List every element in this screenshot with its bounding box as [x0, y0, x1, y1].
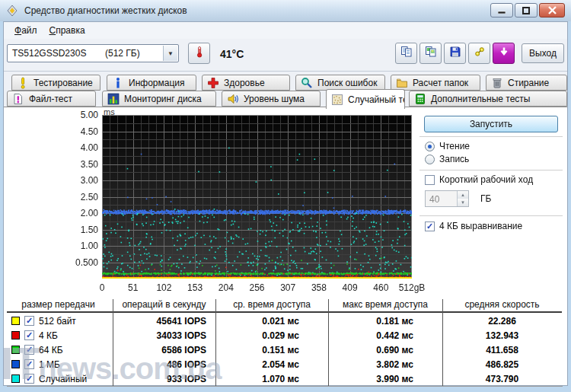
copy-image-button[interactable] [419, 43, 442, 64]
y-tick-label: 4.00 [68, 142, 98, 153]
tab-дополнительные-тесты[interactable]: Дополнительные тесты [409, 91, 567, 107]
tab-label: Уровень шума [244, 94, 305, 104]
table-cell: 45641 IOPS [113, 314, 215, 328]
tab-content: ms 5.004.504.003.503.002.502.001.501.000… [4, 107, 567, 385]
table-cell: 1.070 мс [215, 371, 328, 386]
table-cell: 933 IOPS [113, 371, 215, 386]
tab-здоровье[interactable]: Здоровье [202, 75, 290, 91]
series-color-swatch [11, 374, 20, 383]
short-stroke-row[interactable]: Короткий рабочий ход [425, 174, 533, 185]
write-radio[interactable] [425, 155, 435, 164]
thermometer-icon [193, 46, 206, 61]
trash-icon [491, 77, 503, 89]
download-arrow-icon [498, 46, 510, 61]
tab-label: Здоровье [224, 78, 265, 88]
drive-size: (512 ГБ) [105, 48, 140, 59]
table-cell: 34033 IOPS [113, 328, 215, 343]
start-button[interactable]: Запустить [424, 116, 558, 132]
exit-button[interactable]: Выход [522, 43, 564, 63]
table-cell: 2.054 мс [215, 357, 328, 371]
tab-стирание[interactable]: Стирание [486, 75, 567, 91]
copy-button[interactable] [395, 43, 417, 64]
table-header-4: средняя скорость [442, 299, 562, 311]
align-row[interactable]: ✓ 4 КБ выравнивание [425, 221, 522, 231]
x-tick-label: 0 [85, 282, 119, 293]
tab-label: Файл-тест [29, 94, 72, 104]
toolbar: TS512GSSD230S (512 ГБ) ▼ 41°C Выход [4, 39, 567, 71]
table-cell: 0.029 мс [215, 328, 328, 343]
short-stroke-checkbox[interactable] [425, 175, 435, 185]
series-checkbox[interactable]: ✓ [24, 316, 34, 326]
info-icon [112, 77, 124, 89]
magnifier-icon [301, 77, 313, 89]
maximize-icon [522, 7, 530, 14]
x-tick-label: 512gB [395, 282, 429, 293]
drive-select[interactable]: TS512GSSD230S (512 ГБ) ▼ [7, 44, 179, 62]
align-checkbox[interactable]: ✓ [425, 221, 435, 231]
y-tick-label: 1.50 [68, 225, 98, 235]
write-radio-row[interactable]: Запись [425, 154, 469, 164]
y-tick-label: 2.00 [68, 208, 98, 218]
table-cell: 3.990 мс [328, 371, 442, 386]
close-icon [548, 6, 557, 14]
read-radio-label: Чтение [439, 141, 470, 151]
panel-separator [419, 136, 563, 137]
table-header-3: макс время доступа [328, 299, 442, 311]
short-stroke-size-stepper[interactable]: 40 ▲▼ [425, 190, 469, 207]
temperature-value: 41°C [220, 48, 244, 60]
tab-мониторинг-диска[interactable]: Мониторинг диска [102, 91, 216, 107]
series-checkbox[interactable]: ✓ [24, 359, 34, 369]
stepper-arrows[interactable]: ▲▼ [457, 191, 468, 206]
chevron-down-icon: ▼ [163, 46, 177, 61]
tab-поиск-ошибок[interactable]: Поиск ошибок [295, 75, 385, 91]
save-report-button[interactable] [444, 43, 466, 64]
tools-icon [474, 46, 486, 61]
window-title: Средство диагностики жестких дисков [24, 5, 187, 16]
tab-label: Мониторинг диска [124, 94, 202, 104]
menu-help[interactable]: Справка [43, 23, 91, 38]
series-checkbox[interactable]: ✓ [24, 330, 34, 340]
x-tick-label: 307 [271, 282, 305, 293]
tab-файл-тест[interactable]: Файл-тест [7, 91, 96, 107]
x-tick-label: 102 [147, 282, 180, 293]
tab-label: Случайный тест [348, 94, 405, 105]
series-label: 512 байт [39, 316, 76, 327]
table-row-label-cell: ✓4 КБ [7, 328, 110, 343]
tab-информация[interactable]: Информация [107, 75, 196, 91]
table-row-label-cell: ✓Случайный [7, 371, 110, 386]
title-bar: Средство диагностики жестких дисков [0, 0, 571, 21]
close-button[interactable] [539, 3, 565, 18]
series-checkbox[interactable]: ✓ [24, 374, 34, 384]
table-cell: 486 IOPS [113, 357, 215, 371]
tab-тестирование[interactable]: Тестирование [11, 75, 100, 91]
read-radio-row[interactable]: Чтение [425, 141, 470, 151]
series-label: 64 КБ [39, 345, 63, 355]
tools-button[interactable] [468, 43, 490, 64]
x-tick-label: 51 [116, 282, 150, 293]
tab-расчет-папок[interactable]: Расчет папок [391, 75, 480, 91]
short-stroke-label: Короткий рабочий ход [439, 174, 533, 185]
bar-chart-icon [107, 93, 120, 105]
scatter-icon [331, 94, 343, 106]
align-label: 4 КБ выравнивание [439, 221, 522, 231]
download-button[interactable] [493, 43, 515, 64]
x-tick-label: 409 [333, 282, 367, 293]
minimize-button[interactable] [490, 3, 513, 18]
tab-случайный-тест[interactable]: Случайный тест [326, 89, 405, 109]
table-cell: 0.181 мс [328, 314, 442, 328]
tab-уровень-шума[interactable]: Уровень шума [222, 91, 321, 107]
tab-label: Информация [129, 78, 184, 88]
table-cell: 0.690 мс [328, 343, 442, 357]
app-window: Средство диагностики жестких дисков Файл… [0, 0, 571, 392]
read-radio[interactable] [425, 142, 435, 151]
menu-file[interactable]: Файл [8, 23, 43, 38]
maximize-button[interactable] [515, 3, 538, 18]
x-tick-label: 204 [209, 282, 243, 293]
x-tick-label: 460 [364, 282, 397, 293]
temperature-button[interactable] [188, 43, 210, 64]
series-checkbox[interactable]: ✓ [24, 345, 34, 355]
short-stroke-value: 40 [429, 194, 439, 205]
series-color-swatch [11, 331, 20, 339]
calculator-icon [414, 93, 426, 105]
short-stroke-unit-label: ГБ [480, 193, 491, 204]
